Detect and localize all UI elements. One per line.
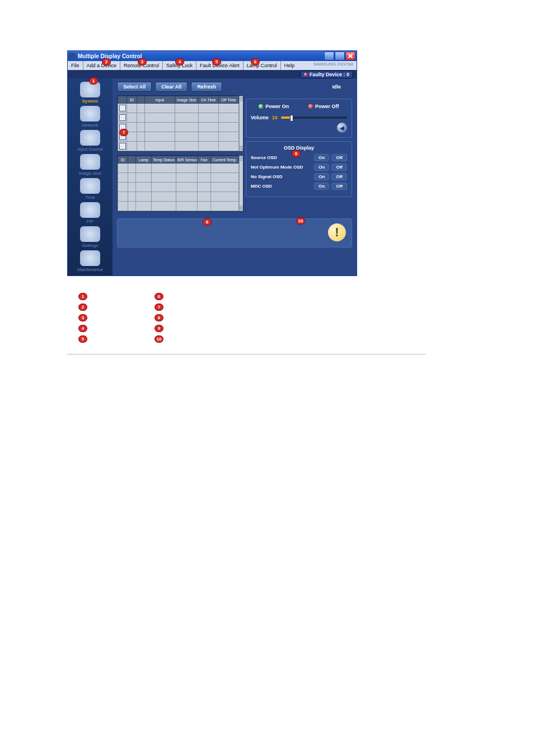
sidebar-item-image-size[interactable]: Image Size <box>70 154 110 176</box>
power-on-button[interactable]: Power On <box>259 104 289 109</box>
divider <box>67 354 425 354</box>
not-optimum-osd-off[interactable]: Off <box>331 164 347 171</box>
col2-fan[interactable]: Fan <box>198 156 211 164</box>
col2-current-temp[interactable]: Current Temp. <box>211 156 239 164</box>
callout-2: 2 <box>102 58 111 66</box>
osd-row-no-signal: No Signal OSD On Off <box>251 173 347 180</box>
mdc-osd-on[interactable]: On <box>314 183 329 190</box>
menu-file[interactable]: File <box>68 61 83 70</box>
time-icon <box>80 178 100 194</box>
scrollbar-vertical[interactable] <box>239 96 243 151</box>
volume-slider[interactable] <box>281 116 347 119</box>
maximize-button[interactable] <box>335 52 345 60</box>
message-panel: ! <box>117 218 352 248</box>
osd-row-not-optimum: Not Optimum Mode OSD On Off <box>251 164 347 171</box>
osd-title: OSD Display <box>251 145 347 151</box>
legend-badge: 4 <box>78 325 87 332</box>
table-row[interactable] <box>118 104 239 113</box>
sidebar-item-input-source[interactable]: Input Source <box>70 130 110 152</box>
table-row[interactable] <box>118 132 239 142</box>
control-panel: Power On Power Off Volume 10 ◀ <box>246 99 352 197</box>
app-icon <box>69 53 76 59</box>
table-row[interactable] <box>118 183 239 192</box>
refresh-button[interactable]: Refresh <box>191 82 222 92</box>
sidebar-item-time[interactable]: Time <box>70 178 110 200</box>
no-signal-osd-off[interactable]: Off <box>331 173 347 180</box>
checkbox-icon[interactable] <box>119 114 126 121</box>
callout-4: 4 <box>175 58 184 66</box>
faulty-device-badge[interactable]: Faulty Device : 0 <box>300 71 353 78</box>
info-grid[interactable]: ID Lamp Temp Status B/R Sensor Fan Curre… <box>117 155 243 212</box>
callout-5: 5 <box>212 58 221 66</box>
menu-lamp-control[interactable]: Lamp Control <box>243 61 281 70</box>
scrollbar-vertical[interactable] <box>239 156 243 211</box>
osd-panel: OSD Display Source OSD On Off Not Optimu… <box>246 141 352 197</box>
table-row[interactable] <box>118 113 239 123</box>
window-title: Multiple Display Control <box>78 53 324 59</box>
power-off-button[interactable]: Power Off <box>308 104 339 109</box>
callout-8: 8 <box>203 218 212 226</box>
minimize-button[interactable] <box>324 52 334 60</box>
col2-lamp[interactable]: Lamp <box>136 156 152 164</box>
legend-badge: 5 <box>78 335 87 343</box>
checkbox-icon[interactable] <box>119 143 126 150</box>
legend-badge: 1 <box>78 293 87 300</box>
legend-badge: 10 <box>154 335 163 343</box>
table-row[interactable] <box>118 164 239 173</box>
source-osd-on[interactable]: On <box>314 154 329 161</box>
col2-mark[interactable] <box>128 156 136 164</box>
faulty-bar: Faulty Device : 0 <box>68 70 357 78</box>
selection-grid[interactable]: ID Input Image Size On Time Off Time <box>117 95 243 152</box>
sidebar-item-system[interactable]: System <box>70 82 110 104</box>
col2-temp-status[interactable]: Temp Status <box>152 156 176 164</box>
legend: 1 2 3 4 5 6 7 8 9 10 <box>67 293 356 343</box>
not-optimum-osd-on[interactable]: On <box>314 164 329 171</box>
warning-icon: ! <box>328 223 346 241</box>
table-row[interactable] <box>118 202 239 211</box>
col-input[interactable]: Input <box>145 96 175 104</box>
menu-help[interactable]: Help <box>281 61 298 70</box>
speaker-icon[interactable]: ◀ <box>337 123 347 133</box>
col2-id[interactable]: ID <box>118 156 128 164</box>
osd-row-mdc: MDC OSD On Off <box>251 183 347 190</box>
table-row[interactable] <box>118 123 239 132</box>
col-check[interactable] <box>118 96 127 104</box>
col2-br-sensor[interactable]: B/R Sensor <box>176 156 198 164</box>
checkbox-icon[interactable] <box>119 105 126 111</box>
table-row[interactable] <box>118 192 239 202</box>
col-id[interactable]: ID <box>127 96 137 104</box>
volume-value: 10 <box>272 115 278 120</box>
sidebar-item-maintenance[interactable]: Maintenance <box>70 250 110 272</box>
mdc-osd-off[interactable]: Off <box>331 183 347 190</box>
faulty-device-label: Faulty Device : 0 <box>310 72 349 77</box>
scroll-up-icon[interactable] <box>240 96 243 101</box>
scroll-down-icon[interactable] <box>240 206 243 211</box>
source-osd-off[interactable]: Off <box>331 154 347 161</box>
callout-3: 3 <box>138 58 147 66</box>
col-on-time[interactable]: On Time <box>199 96 219 104</box>
sidebar-item-pip[interactable]: PIP <box>70 202 110 224</box>
clear-all-button[interactable]: Clear All <box>155 82 188 92</box>
sidebar-item-settings[interactable]: Settings <box>70 226 110 248</box>
close-button[interactable] <box>345 52 355 60</box>
legend-badge: 9 <box>154 325 163 332</box>
legend-badge: 2 <box>78 304 87 311</box>
callout-9: 9 <box>292 150 301 157</box>
table-row[interactable] <box>118 142 239 151</box>
table-row[interactable] <box>118 173 239 183</box>
no-signal-osd-on[interactable]: On <box>314 173 329 180</box>
col-mark[interactable] <box>137 96 145 104</box>
image-size-icon <box>80 154 100 170</box>
volume-label: Volume <box>251 115 269 120</box>
legend-badge: 8 <box>154 314 163 321</box>
sidebar-item-network[interactable]: Network <box>70 106 110 128</box>
scroll-up-icon[interactable] <box>240 156 243 161</box>
tool-row: Select All Clear All Refresh Idle <box>113 78 357 95</box>
legend-badge: 3 <box>78 314 87 321</box>
scroll-down-icon[interactable] <box>240 146 243 151</box>
network-icon <box>80 106 100 122</box>
col-image-size[interactable]: Image Size <box>175 96 199 104</box>
select-all-button[interactable]: Select All <box>117 82 152 92</box>
col-off-time[interactable]: Off Time <box>219 96 239 104</box>
system-icon <box>80 82 100 97</box>
